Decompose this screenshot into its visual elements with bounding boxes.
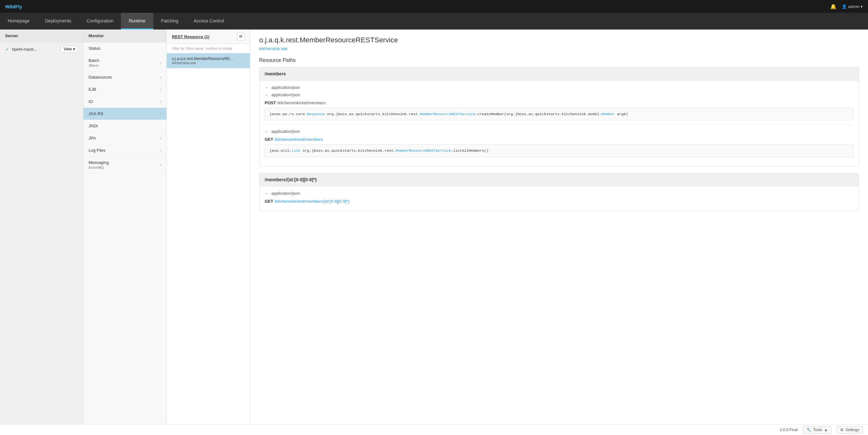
media-type-out-members: application/json: [271, 85, 300, 90]
get-verb-members: GET: [265, 137, 273, 142]
media-row-in-members-1: ← application/json: [265, 92, 854, 97]
monitor-item-title-logfiles: Log Files: [89, 148, 105, 153]
server-item: ✓ hpehl-macb... View ▾: [0, 42, 83, 56]
monitor-header: Monitor: [84, 30, 166, 42]
media-type-in-members-2: application/json: [271, 129, 300, 134]
monitor-item-sub-batch: JBeret: [89, 64, 99, 67]
get-verb-members-id: GET: [265, 199, 273, 204]
chevron-right-icon-messaging: ›: [160, 163, 161, 167]
monitor-item-title-jpa: JPA: [89, 136, 96, 141]
user-icon: 👤: [842, 4, 847, 9]
post-method-members: POST /kitchensink/rest/members: [265, 100, 854, 105]
path-block-members: /members → application/json ← applicatio…: [259, 67, 859, 166]
monitor-item-jpa[interactable]: JPA ›: [84, 132, 166, 144]
monitor-item-jaxrs[interactable]: JAX-RS ›: [84, 108, 166, 120]
nav-item-deployments[interactable]: Deployments: [37, 13, 79, 30]
tools-arrow-icon: ▲: [824, 428, 828, 432]
monitor-sidebar: Monitor Status Batch JBeret › Datasource…: [84, 30, 167, 424]
arrow-left-icon-2: ←: [265, 129, 269, 134]
chevron-right-icon-ejb: ›: [160, 87, 161, 92]
nav-bar: Homepage Deployments Configuration Runti…: [0, 13, 868, 30]
tools-icon: 🔧: [806, 428, 811, 432]
page-title: o.j.a.q.k.rest.MemberResourceRESTService: [259, 36, 859, 44]
nav-item-patching[interactable]: Patching: [153, 13, 186, 30]
server-sidebar-header: Server: [0, 30, 83, 42]
monitor-item-logfiles[interactable]: Log Files ›: [84, 144, 166, 157]
rest-item-name-0: o.j.a.q.k.rest.MemberResourceRE...: [172, 57, 245, 61]
rest-item-sub-0: kitchensink.war: [172, 61, 245, 65]
post-code-members: javax.ws.rs.core.Response org.jboss.as.q…: [265, 108, 854, 120]
rest-panel-header: REST Resource (1) ⟳: [167, 30, 250, 44]
main-subtitle-link[interactable]: kitchensink.war: [259, 46, 859, 51]
monitor-item-datasources[interactable]: Datasources ›: [84, 71, 166, 84]
monitor-item-sub-messaging: ActiveMQ: [89, 165, 109, 169]
view-label: View: [63, 47, 72, 51]
refresh-button[interactable]: ⟳: [237, 33, 245, 40]
path-body-members: → application/json ← application/json PO…: [259, 81, 859, 166]
monitor-item-title-batch: Batch: [89, 58, 99, 63]
media-row-in-membersid: ← application/json: [265, 191, 854, 196]
nav-item-homepage[interactable]: Homepage: [0, 13, 37, 30]
tools-button[interactable]: 🔧 Tools ▲: [803, 426, 831, 434]
server-status-icon: ✓: [5, 46, 9, 52]
monitor-item-io[interactable]: IO ›: [84, 96, 166, 108]
path-block-members-id: /members/{id:[0-9][0-9]*} ← application/…: [259, 173, 859, 211]
top-bar-icons: 🔔 👤 admin ▾: [830, 3, 863, 10]
rest-panel: REST Resource (1) ⟳ Filter by: Rest name…: [167, 30, 250, 424]
chevron-right-icon-jpa: ›: [160, 136, 161, 141]
arrow-left-icon-1: ←: [265, 92, 269, 97]
resource-paths-title: Resource Paths: [259, 57, 859, 63]
monitor-item-title-jndi: JNDI: [89, 124, 98, 128]
user-menu[interactable]: 👤 admin ▾: [842, 4, 863, 9]
monitor-item-ejb[interactable]: EJB ›: [84, 84, 166, 96]
path-header-members-id: /members/{id:[0-9][0-9]*}: [259, 173, 859, 186]
main-content: o.j.a.q.k.rest.MemberResourceRESTService…: [250, 30, 868, 424]
rest-panel-title[interactable]: REST Resource (1): [172, 34, 210, 39]
chevron-right-icon-datasources: ›: [160, 75, 161, 80]
settings-button[interactable]: ⚙ Settings: [837, 426, 863, 434]
path-header-members: /members: [259, 67, 859, 81]
bottom-bar: 3.0.0.Final 🔧 Tools ▲ ⚙ Settings: [0, 424, 868, 435]
post-path-members: /kitchensink/rest/members: [277, 100, 326, 105]
notification-bell-icon[interactable]: 🔔: [830, 3, 837, 10]
path-body-members-id: ← application/json GET /kitchensink/rest…: [259, 186, 859, 211]
brand: WildFly: [5, 4, 22, 9]
chevron-right-icon-io: ›: [160, 99, 161, 104]
get-path-members[interactable]: /kitchensink/rest/members: [274, 137, 323, 142]
media-type-in-membersid: application/json: [271, 191, 300, 196]
media-type-in-members-1: application/json: [271, 92, 300, 97]
arrow-right-icon-1: →: [265, 85, 269, 90]
media-row-out-members: → application/json: [265, 85, 854, 90]
version-label: 3.0.0.Final: [780, 428, 798, 432]
monitor-item-title-jaxrs: JAX-RS: [89, 111, 103, 116]
server-sidebar: Server ✓ hpehl-macb... View ▾: [0, 30, 84, 424]
user-label: admin: [848, 4, 859, 9]
brand-wild: Wild: [5, 4, 16, 9]
nav-item-configuration[interactable]: Configuration: [79, 13, 121, 30]
monitor-item-batch[interactable]: Batch JBeret ›: [84, 55, 166, 71]
nav-item-access-control[interactable]: Access Control: [186, 13, 231, 30]
content-area: Server ✓ hpehl-macb... View ▾ Monitor St…: [0, 30, 868, 424]
monitor-item-messaging[interactable]: Messaging ActiveMQ ›: [84, 157, 166, 173]
post-verb-members: POST: [265, 100, 276, 105]
server-name: hpehl-macb...: [12, 47, 58, 52]
brand-fly: Fly: [16, 4, 23, 9]
divider-members: [265, 125, 854, 125]
monitor-item-title-datasources: Datasources: [89, 75, 112, 80]
rest-item-0[interactable]: o.j.a.q.k.rest.MemberResourceRE... kitch…: [167, 53, 250, 68]
chevron-right-icon-batch: ›: [160, 61, 161, 65]
arrow-left-icon-3: ←: [265, 191, 269, 196]
get-path-members-id[interactable]: /kitchensink/rest/members/{id:[0-9][0-9]…: [274, 199, 349, 204]
view-button[interactable]: View ▾: [61, 45, 78, 53]
monitor-item-title-messaging: Messaging: [89, 160, 109, 165]
monitor-item-jndi[interactable]: JNDI: [84, 120, 166, 132]
top-bar: WildFly 🔔 👤 admin ▾: [0, 0, 868, 13]
get-code-members: java.util.List org.jboss.as.quickstarts.…: [265, 144, 854, 157]
media-row-in-members-2: ← application/json: [265, 129, 854, 134]
monitor-item-title-ejb: EJB: [89, 87, 96, 92]
settings-label: Settings: [845, 428, 859, 432]
rest-filter-hint: Filter by: Rest name, method or media: [167, 44, 250, 53]
monitor-item-status[interactable]: Status: [84, 42, 166, 55]
nav-item-runtime[interactable]: Runtime: [121, 13, 153, 30]
monitor-item-title-io: IO: [89, 99, 93, 104]
